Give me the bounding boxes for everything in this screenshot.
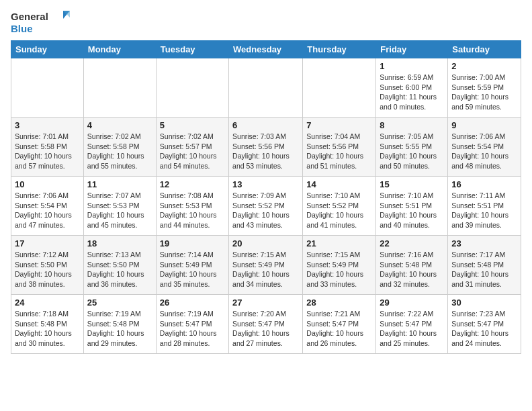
day-number: 24 (15, 298, 80, 308)
calendar-cell: 19Sunrise: 7:14 AMSunset: 5:49 PMDayligh… (156, 236, 228, 295)
calendar-cell: 4Sunrise: 7:02 AMSunset: 5:58 PMDaylight… (83, 118, 156, 177)
day-number: 5 (160, 120, 225, 130)
day-info: Sunrise: 6:59 AMSunset: 6:00 PMDaylight:… (380, 73, 444, 112)
weekday-header: Sunday (11, 41, 84, 58)
calendar-cell: 17Sunrise: 7:12 AMSunset: 5:50 PMDayligh… (11, 236, 84, 295)
calendar-cell: 21Sunrise: 7:15 AMSunset: 5:49 PMDayligh… (303, 236, 376, 295)
calendar-cell: 14Sunrise: 7:10 AMSunset: 5:52 PMDayligh… (303, 177, 376, 236)
day-number: 11 (87, 179, 152, 189)
day-number: 29 (380, 298, 444, 308)
day-info: Sunrise: 7:23 AMSunset: 5:47 PMDaylight:… (451, 309, 517, 349)
day-number: 19 (160, 238, 225, 248)
day-info: Sunrise: 7:06 AMSunset: 5:54 PMDaylight:… (15, 191, 80, 230)
calendar-cell: 15Sunrise: 7:10 AMSunset: 5:51 PMDayligh… (376, 177, 448, 236)
day-info: Sunrise: 7:00 AMSunset: 5:59 PMDaylight:… (451, 73, 517, 112)
day-number: 10 (15, 179, 80, 189)
day-info: Sunrise: 7:03 AMSunset: 5:56 PMDaylight:… (232, 132, 299, 171)
day-info: Sunrise: 7:19 AMSunset: 5:47 PMDaylight:… (160, 309, 225, 349)
logo: General Blue (11, 8, 71, 36)
calendar-cell: 9Sunrise: 7:06 AMSunset: 5:54 PMDaylight… (448, 118, 521, 177)
day-info: Sunrise: 7:07 AMSunset: 5:53 PMDaylight:… (87, 191, 152, 230)
page: General Blue SundayMondayTuesdayWednesda… (0, 0, 532, 362)
day-number: 27 (232, 298, 299, 308)
logo-svg: General Blue (11, 8, 71, 36)
day-info: Sunrise: 7:17 AMSunset: 5:48 PMDaylight:… (451, 250, 517, 289)
weekday-header: Tuesday (156, 41, 228, 58)
day-info: Sunrise: 7:18 AMSunset: 5:48 PMDaylight:… (15, 309, 80, 349)
weekday-header: Monday (83, 41, 156, 58)
calendar-cell: 2Sunrise: 7:00 AMSunset: 5:59 PMDaylight… (448, 58, 521, 118)
day-info: Sunrise: 7:12 AMSunset: 5:50 PMDaylight:… (15, 250, 80, 289)
day-number: 2 (451, 61, 517, 71)
calendar-cell: 10Sunrise: 7:06 AMSunset: 5:54 PMDayligh… (11, 177, 84, 236)
day-number: 30 (451, 298, 517, 308)
calendar-header: SundayMondayTuesdayWednesdayThursdayFrid… (11, 41, 521, 58)
day-info: Sunrise: 7:02 AMSunset: 5:58 PMDaylight:… (87, 132, 152, 171)
svg-text:Blue: Blue (11, 23, 33, 34)
day-info: Sunrise: 7:02 AMSunset: 5:57 PMDaylight:… (160, 132, 225, 171)
day-info: Sunrise: 7:10 AMSunset: 5:52 PMDaylight:… (306, 191, 372, 230)
calendar-cell: 26Sunrise: 7:19 AMSunset: 5:47 PMDayligh… (156, 295, 228, 354)
day-info: Sunrise: 7:15 AMSunset: 5:49 PMDaylight:… (232, 250, 299, 289)
day-number: 17 (15, 238, 80, 248)
calendar-cell: 13Sunrise: 7:09 AMSunset: 5:52 PMDayligh… (229, 177, 303, 236)
day-info: Sunrise: 7:22 AMSunset: 5:47 PMDaylight:… (380, 309, 444, 349)
weekday-header: Friday (376, 41, 448, 58)
calendar-cell: 23Sunrise: 7:17 AMSunset: 5:48 PMDayligh… (448, 236, 521, 295)
calendar-cell: 22Sunrise: 7:16 AMSunset: 5:48 PMDayligh… (376, 236, 448, 295)
calendar-cell: 25Sunrise: 7:19 AMSunset: 5:48 PMDayligh… (83, 295, 156, 354)
day-number: 1 (380, 61, 444, 71)
calendar-cell: 18Sunrise: 7:13 AMSunset: 5:50 PMDayligh… (83, 236, 156, 295)
day-number: 21 (306, 238, 372, 248)
calendar-cell (83, 58, 156, 118)
day-info: Sunrise: 7:09 AMSunset: 5:52 PMDaylight:… (232, 191, 299, 230)
day-number: 28 (306, 298, 372, 308)
day-info: Sunrise: 7:15 AMSunset: 5:49 PMDaylight:… (306, 250, 372, 289)
day-info: Sunrise: 7:01 AMSunset: 5:58 PMDaylight:… (15, 132, 80, 171)
day-number: 22 (380, 238, 444, 248)
svg-text:General: General (11, 11, 48, 22)
calendar-cell (229, 58, 303, 118)
day-info: Sunrise: 7:08 AMSunset: 5:53 PMDaylight:… (160, 191, 225, 230)
calendar-cell: 29Sunrise: 7:22 AMSunset: 5:47 PMDayligh… (376, 295, 448, 354)
calendar-cell: 5Sunrise: 7:02 AMSunset: 5:57 PMDaylight… (156, 118, 228, 177)
day-number: 25 (87, 298, 152, 308)
day-number: 18 (87, 238, 152, 248)
calendar-cell: 11Sunrise: 7:07 AMSunset: 5:53 PMDayligh… (83, 177, 156, 236)
day-info: Sunrise: 7:20 AMSunset: 5:47 PMDaylight:… (232, 309, 299, 349)
day-number: 15 (380, 179, 444, 189)
calendar-cell: 7Sunrise: 7:04 AMSunset: 5:56 PMDaylight… (303, 118, 376, 177)
day-info: Sunrise: 7:06 AMSunset: 5:54 PMDaylight:… (451, 132, 517, 171)
calendar-cell: 6Sunrise: 7:03 AMSunset: 5:56 PMDaylight… (229, 118, 303, 177)
weekday-header: Saturday (448, 41, 521, 58)
calendar-cell: 20Sunrise: 7:15 AMSunset: 5:49 PMDayligh… (229, 236, 303, 295)
calendar-cell: 1Sunrise: 6:59 AMSunset: 6:00 PMDaylight… (376, 58, 448, 118)
calendar-table: SundayMondayTuesdayWednesdayThursdayFrid… (11, 40, 521, 354)
day-number: 4 (87, 120, 152, 130)
day-info: Sunrise: 7:19 AMSunset: 5:48 PMDaylight:… (87, 309, 152, 349)
day-number: 26 (160, 298, 225, 308)
calendar-cell (156, 58, 228, 118)
calendar-cell: 30Sunrise: 7:23 AMSunset: 5:47 PMDayligh… (448, 295, 521, 354)
calendar-cell: 12Sunrise: 7:08 AMSunset: 5:53 PMDayligh… (156, 177, 228, 236)
day-number: 8 (380, 120, 444, 130)
calendar-cell (11, 58, 84, 118)
day-number: 16 (451, 179, 517, 189)
weekday-header: Wednesday (229, 41, 303, 58)
day-number: 3 (15, 120, 80, 130)
weekday-header: Thursday (303, 41, 376, 58)
day-info: Sunrise: 7:04 AMSunset: 5:56 PMDaylight:… (306, 132, 372, 171)
day-info: Sunrise: 7:13 AMSunset: 5:50 PMDaylight:… (87, 250, 152, 289)
day-number: 20 (232, 238, 299, 248)
day-number: 6 (232, 120, 299, 130)
calendar-cell: 16Sunrise: 7:11 AMSunset: 5:51 PMDayligh… (448, 177, 521, 236)
day-info: Sunrise: 7:21 AMSunset: 5:47 PMDaylight:… (306, 309, 372, 349)
day-number: 23 (451, 238, 517, 248)
calendar-cell: 3Sunrise: 7:01 AMSunset: 5:58 PMDaylight… (11, 118, 84, 177)
day-info: Sunrise: 7:10 AMSunset: 5:51 PMDaylight:… (380, 191, 444, 230)
calendar-cell: 28Sunrise: 7:21 AMSunset: 5:47 PMDayligh… (303, 295, 376, 354)
calendar-cell: 8Sunrise: 7:05 AMSunset: 5:55 PMDaylight… (376, 118, 448, 177)
day-number: 14 (306, 179, 372, 189)
day-number: 13 (232, 179, 299, 189)
calendar-cell (303, 58, 376, 118)
